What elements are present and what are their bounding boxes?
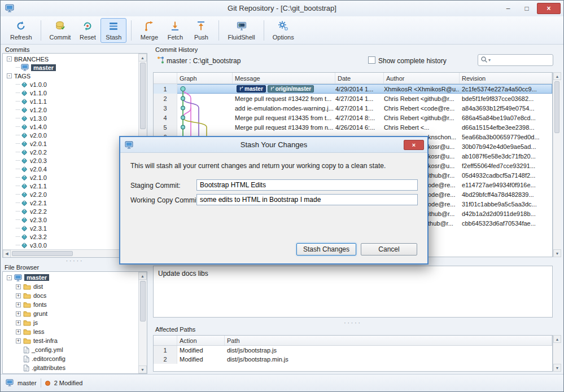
- close-button[interactable]: ×: [537, 3, 561, 14]
- folder-item[interactable]: js: [3, 318, 138, 327]
- tag-item[interactable]: v3.0.0: [3, 241, 138, 249]
- expand-icon[interactable]: [16, 293, 21, 298]
- scroll-up-icon[interactable]: ▲: [553, 72, 561, 80]
- folder-item[interactable]: less: [3, 327, 138, 336]
- tag-item[interactable]: v2.3.2: [3, 232, 138, 241]
- fetch-button[interactable]: Fetch: [162, 18, 188, 43]
- scroll-thumb[interactable]: [140, 281, 146, 321]
- column-header-graph[interactable]: Graph: [177, 73, 233, 83]
- expand-icon[interactable]: [16, 320, 21, 325]
- expand-icon[interactable]: [16, 338, 21, 343]
- tag-item[interactable]: v2.0.4: [3, 165, 138, 173]
- tag-item[interactable]: v2.0.0: [3, 131, 138, 139]
- column-header-message[interactable]: Message: [233, 73, 335, 83]
- expand-icon[interactable]: [16, 284, 21, 289]
- tag-item[interactable]: v2.2.2: [3, 207, 138, 215]
- expand-icon[interactable]: [16, 329, 21, 334]
- tag-item[interactable]: v2.3.0: [3, 215, 138, 224]
- file-root-master[interactable]: master: [3, 273, 138, 282]
- tag-item[interactable]: v1.1.1: [3, 97, 138, 105]
- folder-item[interactable]: dist: [3, 282, 138, 291]
- maximize-button[interactable]: □: [518, 3, 535, 14]
- folder-item[interactable]: test-infra: [3, 336, 138, 345]
- folder-item[interactable]: docs: [3, 291, 138, 300]
- dialog-close-button[interactable]: ×: [404, 140, 424, 150]
- stash-button[interactable]: Stash: [100, 18, 126, 43]
- scroll-down-icon[interactable]: ▼: [138, 365, 147, 373]
- tag-item[interactable]: v2.2.0: [3, 190, 138, 199]
- affected-vscrollbar[interactable]: ▲ ▼: [553, 335, 561, 372]
- commit-row[interactable]: 3add ie-emulation-modes-warning.j...4/27…: [154, 103, 552, 113]
- expand-icon[interactable]: [16, 302, 21, 307]
- file-item[interactable]: .gitattributes: [3, 363, 138, 372]
- commit-button[interactable]: Commit: [46, 18, 75, 43]
- minimize-button[interactable]: –: [500, 3, 517, 14]
- collapse-icon[interactable]: [7, 275, 12, 280]
- commit-row[interactable]: 4Merge pull request #13435 from t...4/27…: [154, 113, 552, 122]
- tag-item[interactable]: v2.0.3: [3, 156, 138, 165]
- tag-item[interactable]: v1.3.0: [3, 114, 138, 122]
- tag-item[interactable]: v2.1.1: [3, 182, 138, 190]
- collapse-icon[interactable]: [7, 73, 12, 78]
- affected-row[interactable]: 2Modifieddist/js/bootstrap.min.js: [154, 355, 552, 364]
- options-button[interactable]: Options: [269, 18, 298, 43]
- tag-item[interactable]: v1.0.0: [3, 80, 138, 89]
- column-header-num[interactable]: [154, 73, 177, 83]
- scroll-up-icon[interactable]: ▲: [138, 272, 147, 280]
- tag-item[interactable]: v1.2.0: [3, 105, 138, 114]
- affected-row[interactable]: 1Modifieddist/js/bootstrap.js: [154, 346, 552, 355]
- column-header-path[interactable]: Path: [225, 336, 552, 345]
- commits-hscrollbar[interactable]: ◀ ▶: [3, 249, 138, 257]
- scroll-thumb[interactable]: [554, 81, 559, 133]
- fluidshell-button[interactable]: FluidShell: [224, 18, 259, 43]
- working-copy-commit-input[interactable]: [196, 194, 418, 205]
- tag-item[interactable]: v1.4.0: [3, 122, 138, 131]
- filebrowser-vscrollbar[interactable]: ▲ ▼: [138, 272, 147, 373]
- scroll-thumb[interactable]: [12, 251, 73, 256]
- branches-group[interactable]: BRANCHES: [3, 55, 138, 63]
- column-header-author[interactable]: Author: [384, 73, 460, 83]
- scroll-down-icon[interactable]: ▼: [553, 249, 561, 257]
- folder-item[interactable]: grunt: [3, 309, 138, 318]
- dialog-titlebar[interactable]: Stash Your Changes ×: [120, 137, 427, 153]
- push-button[interactable]: Push: [188, 18, 214, 43]
- search-options-caret-icon[interactable]: ▾: [488, 58, 491, 63]
- section-splitter-handle[interactable]: [153, 320, 553, 326]
- commit-row[interactable]: 1masterorigin/master4/29/2014 1...Xhmiko…: [154, 84, 552, 94]
- column-header-action[interactable]: Action: [177, 336, 225, 345]
- show-complete-history-checkbox[interactable]: [368, 56, 375, 64]
- stash-changes-button[interactable]: Stash Changes: [296, 243, 356, 256]
- scroll-up-icon[interactable]: ▲: [553, 335, 561, 343]
- refresh-button[interactable]: Refresh: [6, 18, 36, 43]
- commit-row[interactable]: 5Merge pull request #13439 from n...4/26…: [154, 122, 552, 132]
- staging-commit-input[interactable]: [196, 179, 418, 191]
- column-header-date[interactable]: Date: [335, 73, 384, 83]
- file-item[interactable]: .editorconfig: [3, 354, 138, 363]
- search-input[interactable]: [492, 57, 550, 64]
- reset-button[interactable]: Reset: [75, 18, 100, 43]
- column-header-revision[interactable]: Revision: [460, 73, 552, 83]
- tag-item[interactable]: v2.1.0: [3, 173, 138, 182]
- titlebar[interactable]: Git Repository - [C:\git_bootstrap] – □ …: [1, 1, 563, 16]
- cancel-button[interactable]: Cancel: [361, 243, 417, 256]
- scroll-up-icon[interactable]: ▲: [138, 54, 147, 61]
- tag-item[interactable]: v2.2.1: [3, 199, 138, 207]
- merge-button[interactable]: Merge: [136, 18, 162, 43]
- scroll-down-icon[interactable]: ▼: [553, 364, 561, 372]
- column-header-num[interactable]: [154, 336, 177, 345]
- expand-icon[interactable]: [16, 311, 21, 316]
- tags-group[interactable]: TAGS: [3, 72, 138, 80]
- status-modified-label[interactable]: 2 Modified: [54, 380, 83, 386]
- tag-item[interactable]: v2.0.2: [3, 148, 138, 156]
- tag-item[interactable]: v2.0.1: [3, 139, 138, 148]
- commit-row[interactable]: 2Merge pull request #13422 from t...4/27…: [154, 94, 552, 103]
- scroll-left-icon[interactable]: ◀: [3, 250, 11, 258]
- file-item[interactable]: _config.yml: [3, 345, 138, 354]
- search-box[interactable]: ▾: [478, 54, 553, 66]
- tag-item[interactable]: v2.3.1: [3, 224, 138, 232]
- branch-item-master[interactable]: master: [3, 63, 138, 72]
- tag-item[interactable]: v1.1.0: [3, 89, 138, 97]
- history-vscrollbar[interactable]: ▲ ▼: [553, 72, 561, 257]
- scroll-thumb[interactable]: [140, 63, 146, 129]
- collapse-icon[interactable]: [7, 56, 12, 61]
